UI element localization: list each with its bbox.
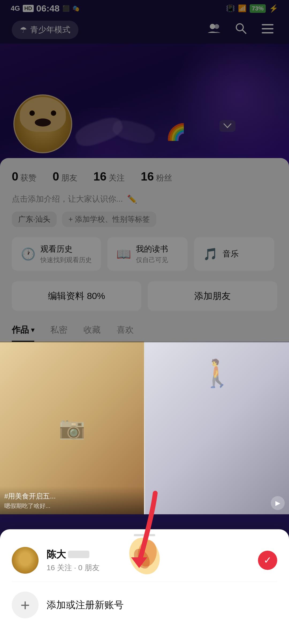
selected-check-badge: ✓ [258, 551, 277, 570]
umbrella-icon: ☂ [20, 25, 27, 34]
hero-section: 🌈 [0, 44, 289, 167]
following-label: 关注 [109, 172, 125, 183]
following-count: 16 [93, 170, 107, 183]
avatar[interactable] [13, 94, 72, 153]
stat-followers[interactable]: 16 粉丝 [141, 170, 172, 183]
svg-point-2 [236, 24, 243, 31]
content-grid: 📷 #用美食开启五... 嗯假期吃了啥好... 🚶 ▶ [0, 342, 289, 514]
handle-bar [134, 534, 155, 536]
history-icon: 🕐 [21, 247, 36, 261]
dog-nose [35, 118, 51, 126]
current-account-row[interactable]: 陈大 16 关注 · 0 朋友 ✓ [0, 539, 289, 582]
friends-count: 0 [52, 170, 59, 183]
sim-icon: ⬛ [62, 5, 70, 12]
person-icon: 🚶 [200, 358, 234, 389]
menu-icon [262, 23, 273, 36]
history-sub: 快速找到观看历史 [40, 256, 92, 264]
grid-sub-1: 嗯假期吃了啥好... [4, 502, 140, 510]
followers-label: 粉丝 [156, 172, 172, 183]
tab-works-dropdown-icon: ▾ [31, 326, 34, 334]
stat-friends[interactable]: 0 朋友 [52, 170, 77, 183]
play-icon: ▶ [271, 496, 285, 510]
brush-decoration: 🌈 [75, 121, 186, 143]
account-name: 陈大 [47, 548, 250, 561]
tabs-row: 作品 ▾ 私密 收藏 喜欢 [12, 319, 277, 342]
youth-mode-button[interactable]: ☂ 青少年模式 [12, 21, 78, 39]
menu-button[interactable] [258, 20, 277, 39]
tab-liked-label: 喜欢 [117, 325, 134, 335]
dog-eye-right [51, 110, 56, 116]
stat-following[interactable]: 16 关注 [93, 170, 125, 183]
action-buttons: 编辑资料 80% 添加朋友 [12, 279, 277, 319]
history-title: 观看历史 [40, 244, 92, 255]
account-sub: 16 关注 · 0 朋友 [47, 563, 250, 573]
dog-eyes [29, 110, 56, 116]
time-display: 06:48 [36, 3, 60, 14]
camera-icon: 📷 [59, 415, 85, 440]
music-item[interactable]: 🎵 音乐 [194, 237, 274, 271]
svg-rect-4 [262, 24, 273, 25]
edit-bio-icon[interactable]: ✏️ [127, 194, 137, 204]
add-account-label: 添加或注册新账号 [47, 599, 124, 612]
tab-saved[interactable]: 收藏 [83, 324, 101, 341]
svg-point-1 [214, 24, 219, 29]
stats-row: 0 获赞 0 朋友 16 关注 16 粉丝 [12, 158, 277, 191]
tab-works[interactable]: 作品 ▾ [12, 324, 34, 342]
battery-display: 73% [250, 4, 266, 13]
name-blur-decoration [68, 551, 89, 558]
likes-count: 0 [12, 170, 18, 183]
grid-item-2[interactable]: 🚶 ▶ [145, 342, 289, 514]
add-tag-button[interactable]: + 添加学校、性别等标签 [62, 212, 156, 227]
wifi-icon: 📶 [238, 4, 246, 13]
vibrate-icon: 📳 [226, 4, 235, 13]
search-button[interactable] [231, 20, 250, 39]
status-bar: 4G HD 06:48 ⬛ 🎭 📳 📶 73% ⚡ [0, 0, 289, 16]
status-right: 📳 📶 73% ⚡ [226, 4, 278, 13]
brush-mark-2 [111, 117, 157, 146]
tags-row: 广东·汕头 + 添加学校、性别等标签 [12, 207, 277, 235]
signal-4g: 4G [11, 4, 20, 13]
bio-row[interactable]: 点击添加介绍，让大家认识你... ✏️ [12, 191, 277, 207]
friends-label: 朋友 [61, 172, 77, 183]
dog-eye-left [29, 110, 35, 116]
followers-count: 16 [141, 170, 154, 183]
tab-saved-label: 收藏 [83, 325, 101, 335]
reading-title: 我的读书 [136, 244, 168, 255]
profile-dropdown-button[interactable] [219, 120, 235, 132]
plus-icon: + [20, 596, 30, 614]
reading-item[interactable]: 📖 我的读书 仅自己可见 [107, 237, 188, 271]
tab-liked[interactable]: 喜欢 [117, 324, 134, 341]
hd-badge: HD [23, 5, 34, 12]
tab-works-label: 作品 [12, 324, 29, 336]
music-text: 音乐 [223, 248, 239, 259]
account-info: 陈大 16 关注 · 0 朋友 [47, 548, 250, 573]
svg-line-3 [242, 30, 246, 34]
likes-label: 获赞 [20, 172, 36, 183]
lightning-icon: ⚡ [269, 4, 278, 13]
profile-section: 0 获赞 0 朋友 16 关注 16 粉丝 点击添加介绍，让大家认识你... ✏… [0, 158, 289, 342]
other-icon: 🎭 [72, 5, 79, 12]
reading-icon: 📖 [116, 247, 131, 261]
watch-history-item[interactable]: 🕐 观看历史 快速找到观看历史 [12, 237, 101, 271]
status-left: 4G HD 06:48 ⬛ 🎭 [11, 3, 79, 14]
edit-profile-button[interactable]: 编辑资料 80% [12, 281, 141, 311]
add-account-row[interactable]: + 添加或注册新账号 [0, 582, 289, 628]
stat-likes[interactable]: 0 获赞 [12, 170, 36, 183]
youth-mode-label: 青少年模式 [30, 24, 70, 35]
tab-private[interactable]: 私密 [50, 324, 67, 341]
reading-sub: 仅自己可见 [136, 256, 168, 264]
location-tag[interactable]: 广东·汕头 [12, 212, 57, 227]
watch-history-text: 观看历史 快速找到观看历史 [40, 244, 92, 264]
sheet-avatar [12, 547, 39, 574]
grid-item-1[interactable]: 📷 #用美食开启五... 嗯假期吃了啥好... [0, 342, 144, 514]
bottom-sheet: 陈大 16 关注 · 0 朋友 ✓ + 添加或注册新账号 [0, 529, 289, 644]
quick-actions: 🕐 观看历史 快速找到观看历史 📖 我的读书 仅自己可见 🎵 音乐 [12, 235, 277, 279]
friends-icon [208, 23, 220, 37]
add-account-icon: + [12, 592, 39, 618]
avatar-wrap [13, 94, 72, 153]
bio-text: 点击添加介绍，让大家认识你... [12, 194, 123, 205]
search-icon [235, 22, 247, 37]
grid-caption-1: #用美食开启五... [4, 492, 140, 501]
add-friend-button[interactable]: 添加朋友 [148, 281, 277, 311]
friends-button[interactable] [204, 20, 224, 39]
